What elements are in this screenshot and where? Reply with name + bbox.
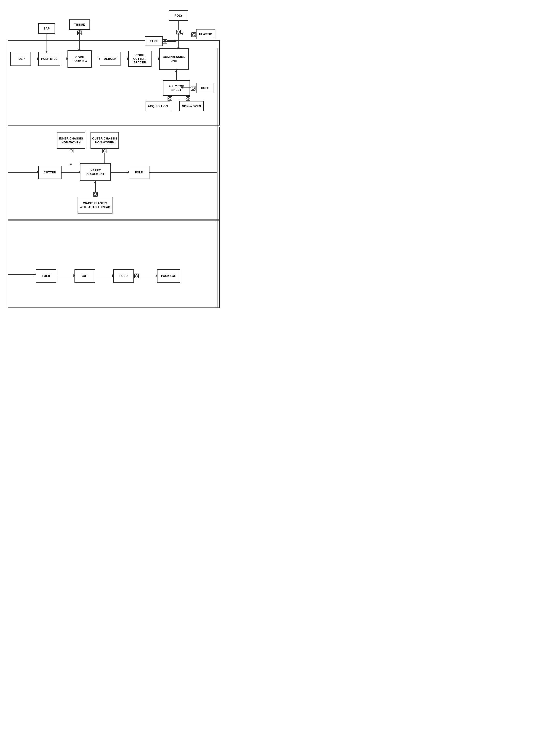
sap-label: SAP	[43, 27, 50, 30]
arrow-poly-down	[179, 21, 179, 31]
waistelastic-box: WAIST ELASTIC WITH AUTO THREAD	[77, 197, 112, 214]
line-left-section3	[8, 220, 8, 308]
arrow-tissue-coreforming	[79, 30, 80, 50]
fold2-box: FOLD	[36, 269, 56, 283]
corecutter-box: CORE CUTTER/ SPACER	[128, 51, 152, 67]
debulk-label: DEBULK	[104, 57, 117, 61]
innerchassis-box: INNER CHASSIS NON-WOVEN	[57, 132, 85, 149]
sap-box: SAP	[38, 23, 55, 34]
nonwoven-box: NON-WOVEN	[179, 101, 204, 111]
cut-label: CUT	[82, 274, 88, 278]
section3-border	[8, 220, 220, 308]
tape-box: TAPE	[145, 36, 163, 46]
arrow-tape-compression	[163, 41, 176, 42]
sensor-waistelastic	[93, 192, 98, 197]
fold3-label: FOLD	[120, 274, 128, 278]
arrowhead-nonwoven-twoply	[187, 96, 189, 98]
arrow-poly-compression	[179, 34, 179, 48]
arrow-cut-fold3	[95, 276, 113, 276]
insertplacement-box: INSERT PLACEMENT	[80, 163, 111, 181]
sensor-innerchassis	[69, 149, 73, 153]
twoplytopsheet-box: 2-PLY TOP SHEET	[163, 80, 190, 96]
coreforming-box: CORE FORMING	[68, 50, 92, 68]
poly-box: POLY	[169, 10, 188, 21]
arrow-sap-pulpmill	[46, 34, 47, 52]
arrow-cutter-insert	[62, 172, 80, 173]
compression-label: COMPRESSION UNIT	[161, 55, 187, 63]
arrowhead-sap-pulpmill	[45, 51, 48, 53]
fold3-box: FOLD	[113, 269, 134, 283]
arrow-border-cutter	[8, 172, 38, 173]
elastic-label: ELASTIC	[199, 32, 212, 36]
tape-label: TAPE	[150, 39, 158, 43]
pulpmill-label: PULP MILL	[41, 57, 57, 61]
arrowhead-cuff-twoply	[181, 86, 183, 89]
twoplytopsheet-label: 2-PLY TOP SHEET	[164, 84, 188, 92]
acquisition-box: ACQUISITION	[146, 101, 170, 111]
arrowhead-waistelastic-insert	[94, 181, 97, 183]
poly-label: POLY	[175, 14, 183, 17]
arrowhead-poly-compression	[177, 47, 180, 49]
sensor-elastic	[191, 32, 196, 37]
sensor-tape	[163, 39, 167, 44]
arrow-fold2-cut	[56, 276, 74, 276]
arrow-fold3-package	[139, 276, 157, 276]
arrow-innerchassis-down	[71, 153, 71, 165]
line-right-section3	[217, 220, 217, 308]
cutter-label: CUTTER	[44, 170, 56, 174]
coreforming-label: CORE FORMING	[69, 55, 90, 63]
process-flow-diagram: PULP PULP MILL CORE FORMING DEBULK CORE …	[0, 0, 233, 329]
line-right-section2	[217, 127, 217, 220]
arrowhead-twoply-compression	[175, 70, 178, 72]
elastic-box: ELASTIC	[196, 29, 215, 39]
package-label: PACKAGE	[161, 274, 176, 278]
arrow-fold1-rightborder	[150, 172, 217, 173]
sensor-fold3-package	[134, 274, 139, 278]
fold1-box: FOLD	[129, 166, 150, 179]
sensor-poly	[176, 30, 181, 34]
tissue-box: TISSUE	[69, 19, 90, 30]
arrowhead-tape-compression	[175, 40, 177, 43]
cuff-box: CUFF	[196, 83, 214, 93]
compression-box: COMPRESSION UNIT	[159, 48, 189, 70]
arrowhead-tissue-coreforming	[78, 49, 81, 51]
fold1-label: FOLD	[135, 170, 143, 174]
acquisition-label: ACQUISITION	[148, 104, 168, 108]
arrowhead-innerchassis-down	[70, 164, 72, 166]
outerchassis-box: OUTER CHASSIS NON-WOVEN	[91, 132, 119, 149]
cuff-label: CUFF	[201, 86, 209, 90]
pulp-box: PULP	[10, 52, 31, 66]
package-box: PACKAGE	[157, 269, 180, 283]
insertplacement-label: INSERT PLACEMENT	[81, 168, 109, 176]
pulp-label: PULP	[16, 57, 25, 61]
line-right-section1	[217, 48, 217, 127]
waistelastic-label: WAIST ELASTIC WITH AUTO THREAD	[79, 201, 111, 209]
arrowhead-elastic	[181, 32, 183, 35]
arrow-border-fold2	[8, 274, 36, 275]
arrow-insert-fold	[111, 172, 129, 173]
debulk-box: DEBULK	[100, 52, 121, 66]
sensor-outerchassis	[102, 149, 107, 153]
outerchassis-label: OUTER CHASSIS NON-WOVEN	[92, 136, 117, 144]
nonwoven-label: NON-WOVEN	[182, 104, 201, 108]
corecutter-label: CORE CUTTER/ SPACER	[130, 53, 150, 64]
arrowhead-border-cutter	[37, 171, 39, 173]
cutter-box: CUTTER	[38, 166, 62, 179]
cut-box: CUT	[74, 269, 95, 283]
fold2-label: FOLD	[42, 274, 50, 278]
sensor-cuff	[191, 86, 195, 91]
pulpmill-box: PULP MILL	[38, 52, 60, 66]
innerchassis-label: INNER CHASSIS NON-WOVEN	[58, 136, 84, 144]
arrowhead-acquisition-twoply	[169, 96, 171, 98]
tissue-label: TISSUE	[74, 23, 85, 26]
